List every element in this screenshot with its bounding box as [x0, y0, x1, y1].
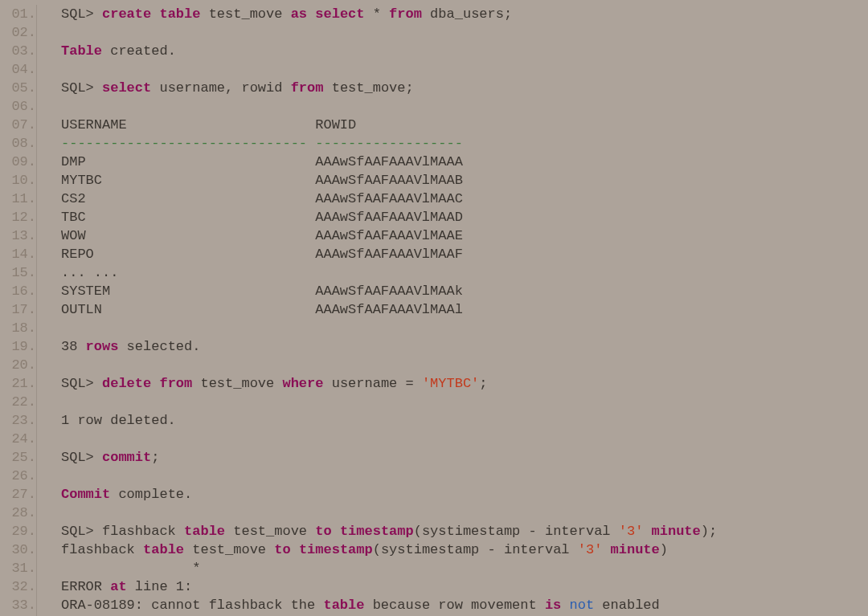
- code-line: SQL> commit;: [61, 448, 868, 467]
- code-token: *: [365, 6, 390, 22]
- code-line: SYSTEM AAAwSfAAFAAAVlMAAk: [61, 282, 868, 300]
- line-number: 26.: [0, 467, 36, 485]
- code-token: [291, 542, 299, 557]
- code-token: 38: [61, 339, 86, 354]
- line-number: 03.: [0, 42, 36, 60]
- line-number: 24.: [0, 430, 36, 448]
- code-viewer: 01.02.03.04.05.06.07.08.09.10.11.12.13.1…: [0, 0, 868, 616]
- code-token: test_move;: [323, 80, 413, 96]
- code-token: ------------------------------ ---------…: [61, 136, 463, 151]
- code-token: WOW AAAwSfAAFAAAVlMAAE: [61, 228, 463, 243]
- code-token: test_move: [184, 542, 274, 557]
- code-token: flashback: [61, 542, 143, 557]
- code-token: to: [274, 542, 290, 557]
- line-number: 18.: [0, 319, 36, 337]
- code-line: ORA-08189: cannot flashback the table be…: [61, 596, 868, 614]
- code-token: from: [159, 376, 192, 391]
- code-token: select: [315, 6, 364, 22]
- code-token: table: [159, 6, 200, 22]
- code-line: [61, 467, 868, 485]
- code-token: DMP AAAwSfAAFAAAVlMAAA: [61, 154, 463, 169]
- code-line: SQL> delete from test_move where usernam…: [61, 374, 868, 393]
- code-token: commit: [102, 450, 151, 465]
- code-line: [61, 319, 868, 337]
- code-token: USERNAME ROWID: [61, 117, 356, 133]
- line-number: 29.: [0, 522, 36, 541]
- line-number: 04.: [0, 60, 36, 79]
- code-token: (systimestamp - interval: [373, 542, 578, 557]
- line-number: 01.: [0, 5, 36, 23]
- line-number: 09.: [0, 153, 36, 171]
- code-token: minute: [611, 542, 660, 557]
- code-line: Table created.: [61, 42, 868, 60]
- code-token: Table: [61, 43, 102, 59]
- code-token: [643, 524, 651, 539]
- line-number: 17.: [0, 300, 36, 319]
- line-number: 15.: [0, 263, 36, 282]
- code-line: REPO AAAwSfAAFAAAVlMAAF: [61, 245, 868, 263]
- code-token: timestamp: [340, 524, 414, 539]
- code-line: [61, 60, 868, 79]
- code-line: ERROR at line 1:: [61, 577, 868, 596]
- code-token: create: [102, 6, 151, 22]
- code-token: is: [545, 598, 561, 613]
- code-token: test_move: [225, 524, 315, 539]
- code-line: 38 rows selected.: [61, 337, 868, 356]
- code-area: SQL> create table test_move as select * …: [37, 5, 868, 616]
- code-token: );: [701, 524, 717, 539]
- code-token: table: [323, 598, 364, 613]
- code-token: '3': [619, 524, 644, 539]
- code-line: CS2 AAAwSfAAFAAAVlMAAC: [61, 190, 868, 208]
- code-token: test_move: [192, 376, 282, 391]
- code-token: minute: [652, 524, 701, 539]
- code-line: ... ...: [61, 263, 868, 282]
- line-number: 11.: [0, 190, 36, 208]
- line-number: 05.: [0, 79, 36, 97]
- code-token: [307, 6, 315, 22]
- code-token: ): [660, 542, 668, 557]
- code-line: flashback table test_move to timestamp(s…: [61, 541, 868, 559]
- code-token: [561, 598, 569, 613]
- code-token: to: [315, 524, 331, 539]
- code-token: timestamp: [299, 542, 373, 557]
- code-line: TBC AAAwSfAAFAAAVlMAAD: [61, 208, 868, 226]
- code-token: line 1:: [127, 579, 193, 594]
- code-token: [332, 524, 340, 539]
- line-number: 20.: [0, 356, 36, 374]
- code-token: enabled: [594, 598, 660, 613]
- code-token: TBC AAAwSfAAFAAAVlMAAD: [61, 210, 463, 225]
- code-token: created.: [102, 43, 176, 59]
- code-token: selected.: [118, 339, 200, 354]
- code-line: *: [61, 559, 868, 577]
- line-number: 30.: [0, 541, 36, 559]
- code-token: ;: [479, 376, 487, 391]
- line-number: 08.: [0, 134, 36, 153]
- code-line: USERNAME ROWID: [61, 116, 868, 134]
- line-number: 14.: [0, 245, 36, 263]
- line-number: 28.: [0, 504, 36, 522]
- code-token: dba_users;: [422, 6, 512, 22]
- line-number: 16.: [0, 282, 36, 300]
- line-number: 32.: [0, 577, 36, 596]
- code-line: [61, 356, 868, 374]
- code-line: OUTLN AAAwSfAAFAAAVlMAAl: [61, 300, 868, 319]
- code-token: from: [291, 80, 324, 96]
- code-line: [61, 504, 868, 522]
- code-line: ------------------------------ ---------…: [61, 134, 868, 153]
- code-token: SQL> flashback: [61, 524, 184, 539]
- code-token: from: [389, 6, 422, 22]
- code-token: test_move: [200, 6, 290, 22]
- line-number: 07.: [0, 116, 36, 134]
- code-token: [151, 6, 159, 22]
- code-line: MYTBC AAAwSfAAFAAAVlMAAB: [61, 171, 868, 190]
- code-token: select: [102, 80, 151, 96]
- line-number: 23.: [0, 411, 36, 430]
- code-line: [61, 23, 868, 42]
- line-number: 19.: [0, 337, 36, 356]
- code-token: MYTBC AAAwSfAAFAAAVlMAAB: [61, 173, 463, 188]
- code-token: ERROR: [61, 579, 110, 594]
- code-token: ... ...: [61, 265, 118, 280]
- code-line: [61, 97, 868, 116]
- code-line: SQL> flashback table test_move to timest…: [61, 522, 868, 541]
- code-line: WOW AAAwSfAAFAAAVlMAAE: [61, 226, 868, 245]
